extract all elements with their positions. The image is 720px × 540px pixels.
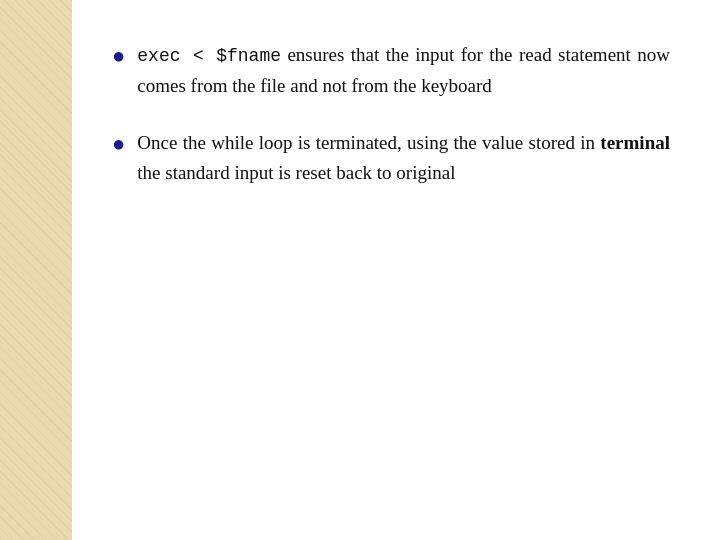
- sidebar: [0, 0, 72, 540]
- bullet-list: ● exec < $fname ensures that the input f…: [112, 40, 670, 187]
- bullet-dot-2: ●: [112, 129, 125, 160]
- bullet2-text-before: Once the while loop is terminated, using…: [137, 132, 600, 153]
- list-item: ● exec < $fname ensures that the input f…: [112, 40, 670, 100]
- list-item: ● Once the while loop is terminated, usi…: [112, 128, 670, 187]
- code-exec: exec < $fname: [137, 46, 281, 66]
- bullet-text-1: exec < $fname ensures that the input for…: [137, 40, 670, 100]
- bullet-dot-1: ●: [112, 41, 125, 72]
- bullet-text-2: Once the while loop is terminated, using…: [137, 128, 670, 187]
- terminal-bold: terminal: [600, 132, 670, 153]
- bullet2-text-after: the standard input is reset back to orig…: [137, 162, 455, 183]
- main-content: ● exec < $fname ensures that the input f…: [72, 0, 720, 540]
